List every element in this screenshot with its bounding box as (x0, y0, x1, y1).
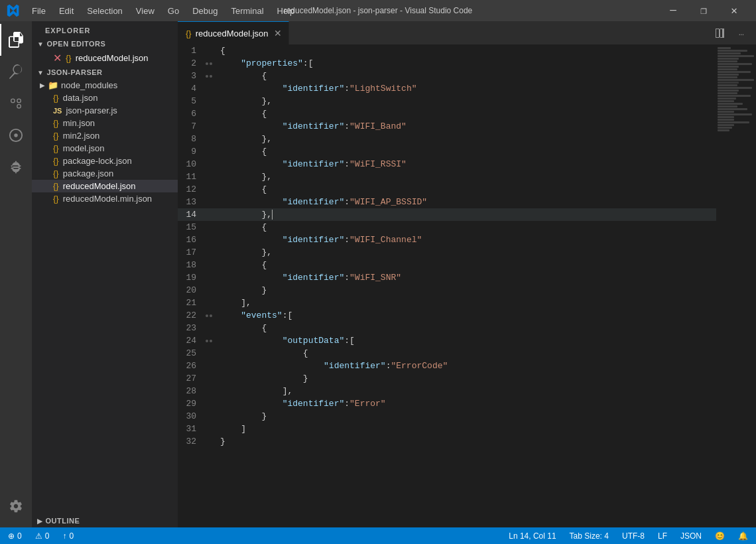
minimap-line (718, 92, 737, 94)
file-item-min2-json[interactable]: {} min2.json (32, 129, 178, 142)
line-number-31: 31 (178, 423, 204, 435)
menu-file[interactable]: File (25, 3, 52, 19)
statusbar-notifications[interactable]: 🔔 (735, 531, 751, 541)
code-line-17[interactable]: 17 }, (178, 246, 716, 259)
code-line-22[interactable]: 22 "events":[ (178, 309, 716, 322)
code-line-3[interactable]: 3 { (178, 70, 716, 82)
settings-activity-icon[interactable] (0, 490, 32, 522)
explorer-activity-icon[interactable] (0, 24, 32, 56)
menu-debug[interactable]: Debug (186, 3, 224, 19)
code-line-9[interactable]: 9 { (178, 145, 716, 158)
tab-close-button[interactable]: ✕ (273, 28, 283, 38)
code-line-4[interactable]: 4 "identifier":"LightSwitch" (178, 82, 716, 95)
line-gutter-10 (204, 158, 218, 170)
minimap-line (718, 76, 737, 78)
file-item-model-json[interactable]: {} model.json (32, 142, 178, 155)
code-line-23[interactable]: 23 { (178, 322, 716, 334)
minimap-line (718, 129, 729, 131)
code-line-12[interactable]: 12 { (178, 183, 716, 196)
code-line-6[interactable]: 6 { (178, 107, 716, 120)
menu-view[interactable]: View (129, 3, 161, 19)
menu-selection[interactable]: Selection (80, 3, 129, 19)
menu-edit[interactable]: Edit (52, 3, 80, 19)
code-line-20[interactable]: 20 } (178, 284, 716, 297)
code-line-7[interactable]: 7 "identifier":"WIFI_Band" (178, 120, 716, 133)
minimize-button[interactable]: — (658, 0, 688, 21)
statusbar-smiley[interactable]: 😊 (712, 531, 727, 541)
source-control-activity-icon[interactable] (0, 88, 32, 119)
search-activity-icon[interactable] (0, 56, 32, 88)
statusbar-language[interactable]: JSON (678, 531, 704, 541)
code-line-11[interactable]: 11 }, (178, 170, 716, 183)
debug-activity-icon[interactable] (0, 119, 32, 151)
line-gutter-4 (204, 82, 218, 95)
menu-terminal[interactable]: Terminal (224, 3, 270, 19)
line-content-26: "identifier":"ErrorCode" (218, 360, 716, 372)
statusbar-encoding[interactable]: UTF-8 (619, 531, 647, 541)
extensions-activity-icon[interactable] (0, 151, 32, 183)
line-number-1: 1 (178, 44, 204, 57)
code-line-14[interactable]: 14 }, (178, 208, 716, 221)
statusbar-eol[interactable]: LF (655, 531, 670, 541)
file-item-package-json[interactable]: {} package.json (32, 167, 178, 180)
code-line-18[interactable]: 18 { (178, 259, 716, 271)
line-content-19: "identifier":"WiFI_SNR" (218, 271, 716, 284)
open-editor-item-reducedmodel[interactable]: ✕ {} reducedModel.json (32, 50, 178, 66)
code-line-31[interactable]: 31 ] (178, 423, 716, 435)
code-line-2[interactable]: 2 "properties":[ (178, 57, 716, 70)
activity-bar-bottom (0, 490, 32, 527)
code-line-25[interactable]: 25 { (178, 347, 716, 360)
file-item-min-json[interactable]: {} min.json (32, 117, 178, 129)
line-content-17: }, (218, 246, 716, 259)
filename-reducedmodel-min-json: reducedModel.min.json (63, 194, 152, 204)
split-editor-button[interactable] (711, 24, 729, 42)
code-line-15[interactable]: 15 { (178, 221, 716, 234)
minimap[interactable] (716, 44, 756, 527)
file-item-package-lock-json[interactable]: {} package-lock.json (32, 155, 178, 167)
close-button[interactable]: ✕ (719, 0, 749, 21)
statusbar-warnings[interactable]: ⚠ 0 (32, 531, 52, 541)
statusbar-errors[interactable]: ⊕ 0 (5, 531, 25, 541)
code-line-21[interactable]: 21 ], (178, 297, 716, 309)
warning-count: 0 (45, 531, 50, 541)
code-line-16[interactable]: 16 "identifier":"WIFI_Channel" (178, 234, 716, 246)
statusbar-sync[interactable]: ↑ 0 (60, 531, 76, 541)
code-line-27[interactable]: 27 } (178, 372, 716, 385)
statusbar-position[interactable]: Ln 14, Col 11 (506, 531, 558, 541)
code-line-8[interactable]: 8 }, (178, 133, 716, 145)
minimap-line (718, 71, 751, 73)
file-item-data-json[interactable]: {} data.json (32, 92, 178, 104)
line-gutter-31 (204, 423, 218, 435)
file-modified-icon: ✕ (53, 52, 62, 64)
code-line-5[interactable]: 5 }, (178, 95, 716, 107)
code-line-24[interactable]: 24 "outputData":[ (178, 334, 716, 347)
code-line-10[interactable]: 10 "identifier":"WiFI_RSSI" (178, 158, 716, 170)
more-actions-button[interactable]: … (732, 24, 751, 42)
code-line-29[interactable]: 29 "identifier":"Error" (178, 397, 716, 410)
file-item-json-parser-js[interactable]: JS json-parser.js (32, 104, 178, 117)
outline-section-header[interactable]: ▶ OUTLINE (32, 514, 178, 527)
file-item-reducedmodel-json[interactable]: {} reducedModel.json (32, 180, 178, 192)
code-editor[interactable]: 1{2 "properties":[3 {4 "identifier":"Lig… (178, 44, 716, 527)
open-editors-section[interactable]: ▼ OPEN EDITORS (32, 37, 178, 50)
code-line-28[interactable]: 28 ], (178, 385, 716, 397)
code-line-30[interactable]: 30 } (178, 410, 716, 423)
menu-go[interactable]: Go (161, 3, 186, 19)
file-item-reducedmodel-min-json[interactable]: {} reducedModel.min.json (32, 192, 178, 205)
json-parser-section[interactable]: ▼ JSON-PARSER (32, 66, 178, 79)
node-modules-folder[interactable]: ▶ 📁 node_modules (32, 79, 178, 92)
code-line-1[interactable]: 1{ (178, 44, 716, 57)
minimap-line (718, 108, 747, 110)
line-content-5: }, (218, 95, 716, 107)
code-line-26[interactable]: 26 "identifier":"ErrorCode" (178, 360, 716, 372)
statusbar-tabsize[interactable]: Tab Size: 4 (567, 531, 611, 541)
line-number-30: 30 (178, 410, 204, 423)
code-line-32[interactable]: 32} (178, 435, 716, 448)
line-number-22: 22 (178, 309, 204, 322)
code-line-19[interactable]: 19 "identifier":"WiFI_SNR" (178, 271, 716, 284)
tab-reducedmodel-json[interactable]: {} reducedModel.json ✕ (178, 21, 289, 44)
json-parser-label: JSON-PARSER (46, 68, 102, 76)
line-number-3: 3 (178, 70, 204, 82)
code-line-13[interactable]: 13 "identifier":"WIFI_AP_BSSID" (178, 196, 716, 208)
maximize-button[interactable]: ❐ (688, 0, 719, 21)
